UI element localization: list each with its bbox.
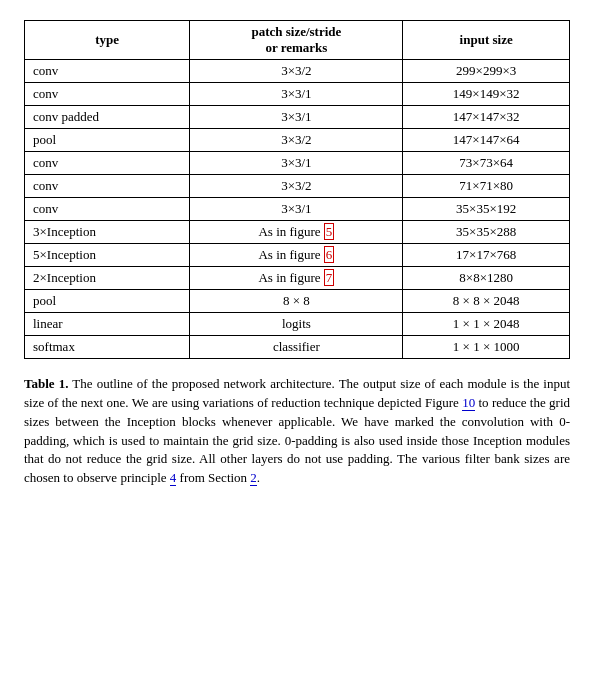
table-row: conv3×3/271×71×80 — [25, 175, 570, 198]
cell-patch: 3×3/1 — [190, 152, 403, 175]
figure-ref-link[interactable]: 6 — [324, 246, 335, 263]
cell-input: 149×149×32 — [403, 83, 570, 106]
cell-type: linear — [25, 313, 190, 336]
table-row: pool8 × 88 × 8 × 2048 — [25, 290, 570, 313]
table-row: 5×InceptionAs in figure 617×17×768 — [25, 244, 570, 267]
cell-input: 8×8×1280 — [403, 267, 570, 290]
cell-type: conv — [25, 198, 190, 221]
patch-header-line2: or remarks — [265, 40, 327, 55]
figure-10-link[interactable]: 10 — [462, 395, 475, 411]
cell-input: 35×35×288 — [403, 221, 570, 244]
table-row: linearlogits1 × 1 × 2048 — [25, 313, 570, 336]
cell-input: 17×17×768 — [403, 244, 570, 267]
cell-type: conv — [25, 83, 190, 106]
cell-input: 8 × 8 × 2048 — [403, 290, 570, 313]
caption-text-4: . — [257, 470, 260, 485]
table-row: softmaxclassifier1 × 1 × 1000 — [25, 336, 570, 359]
table: type patch size/stride or remarks input … — [24, 20, 570, 359]
figure-ref-link[interactable]: 5 — [324, 223, 335, 240]
cell-patch: 3×3/2 — [190, 60, 403, 83]
cell-input: 299×299×3 — [403, 60, 570, 83]
caption-text-3: from Section — [176, 470, 250, 485]
figure-ref-link[interactable]: 7 — [324, 269, 335, 286]
cell-input: 71×71×80 — [403, 175, 570, 198]
cell-patch: 8 × 8 — [190, 290, 403, 313]
table-row: conv padded3×3/1147×147×32 — [25, 106, 570, 129]
cell-input: 147×147×32 — [403, 106, 570, 129]
cell-type: 3×Inception — [25, 221, 190, 244]
cell-patch: As in figure 6 — [190, 244, 403, 267]
cell-patch: 3×3/2 — [190, 175, 403, 198]
cell-patch: 3×3/1 — [190, 106, 403, 129]
cell-patch: 3×3/1 — [190, 83, 403, 106]
col-header-input: input size — [403, 21, 570, 60]
table-row: 3×InceptionAs in figure 535×35×288 — [25, 221, 570, 244]
cell-type: 2×Inception — [25, 267, 190, 290]
table-row: conv3×3/135×35×192 — [25, 198, 570, 221]
table-row: conv3×3/1149×149×32 — [25, 83, 570, 106]
table-caption: Table 1. The outline of the proposed net… — [24, 375, 570, 488]
col-header-type: type — [25, 21, 190, 60]
cell-patch: classifier — [190, 336, 403, 359]
col-header-patch: patch size/stride or remarks — [190, 21, 403, 60]
table-row: conv3×3/2299×299×3 — [25, 60, 570, 83]
architecture-table: type patch size/stride or remarks input … — [24, 20, 570, 359]
patch-header-line1: patch size/stride — [251, 24, 341, 39]
cell-type: 5×Inception — [25, 244, 190, 267]
table-row: 2×InceptionAs in figure 78×8×1280 — [25, 267, 570, 290]
cell-input: 35×35×192 — [403, 198, 570, 221]
cell-type: conv — [25, 60, 190, 83]
cell-type: softmax — [25, 336, 190, 359]
caption-label: Table 1. — [24, 376, 68, 391]
cell-input: 1 × 1 × 2048 — [403, 313, 570, 336]
cell-input: 73×73×64 — [403, 152, 570, 175]
cell-patch: logits — [190, 313, 403, 336]
cell-patch: As in figure 7 — [190, 267, 403, 290]
cell-type: pool — [25, 290, 190, 313]
cell-type: pool — [25, 129, 190, 152]
cell-type: conv — [25, 152, 190, 175]
cell-type: conv padded — [25, 106, 190, 129]
cell-patch: 3×3/1 — [190, 198, 403, 221]
table-row: conv3×3/173×73×64 — [25, 152, 570, 175]
table-row: pool3×3/2147×147×64 — [25, 129, 570, 152]
cell-patch: 3×3/2 — [190, 129, 403, 152]
cell-patch: As in figure 5 — [190, 221, 403, 244]
cell-input: 1 × 1 × 1000 — [403, 336, 570, 359]
cell-type: conv — [25, 175, 190, 198]
cell-input: 147×147×64 — [403, 129, 570, 152]
